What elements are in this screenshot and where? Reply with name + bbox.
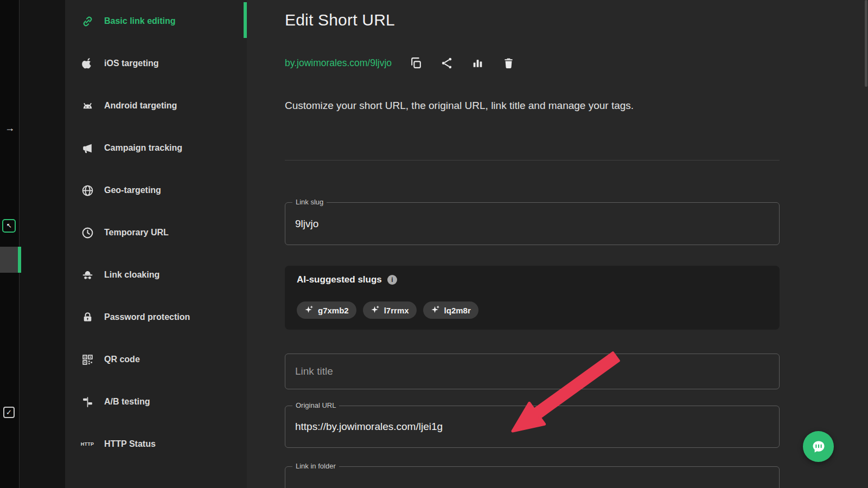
- left-rail-gap: [19, 0, 65, 488]
- ai-slug-chip[interactable]: l7rrmx: [363, 301, 417, 319]
- sidebar-item-label: iOS targeting: [104, 59, 158, 68]
- ai-slug-chip-label: lq2m8r: [444, 306, 471, 315]
- ai-slug-chip[interactable]: lq2m8r: [423, 301, 478, 319]
- sidebar-item-http-status[interactable]: HTTP HTTP Status: [65, 423, 247, 465]
- ai-slug-chip-label: g7xmb2: [318, 306, 349, 315]
- field-label: Original URL: [292, 401, 339, 409]
- checkbox-icon[interactable]: ✓: [3, 407, 15, 418]
- link-slug-input[interactable]: Link slug 9ljvjo: [285, 202, 780, 245]
- field-label: Link in folder: [292, 462, 339, 470]
- link-title-input[interactable]: Link title: [285, 354, 780, 389]
- original-url-value: https://by.jowimorales.com/ljei1g: [285, 406, 779, 447]
- globe-icon: [80, 183, 94, 197]
- sidebar-item-label: A/B testing: [104, 397, 150, 407]
- sidebar-item-qr-code[interactable]: QR code: [65, 338, 247, 381]
- sidebar-item-label: Campaign tracking: [104, 143, 182, 153]
- sidebar-item-label: Link cloaking: [104, 270, 159, 280]
- lock-icon: [80, 310, 94, 324]
- share-button[interactable]: [440, 56, 454, 70]
- ai-slug-chips: g7xmb2 l7rrmx: [297, 301, 478, 319]
- scrollbar-thumb[interactable]: [865, 0, 867, 87]
- arrow-right-icon[interactable]: →: [5, 123, 15, 134]
- delete-button[interactable]: [502, 56, 515, 70]
- page-description: Customize your short URL, the original U…: [285, 100, 634, 112]
- sidebar-item-password-protection[interactable]: Password protection: [65, 296, 247, 338]
- link-in-folder-input[interactable]: Link in folder: [285, 466, 780, 488]
- incognito-mask-icon: [80, 268, 94, 282]
- main-panel: Edit Short URL by.jowimorales.com/9ljvjo: [247, 0, 868, 488]
- original-url-input[interactable]: Original URL https://by.jowimorales.com/…: [285, 406, 780, 448]
- sparkle-icon: [431, 305, 440, 316]
- apple-icon: [80, 56, 94, 70]
- short-url-row: by.jowimorales.com/9ljvjo: [285, 56, 515, 70]
- sidebar-item-label: Temporary URL: [104, 228, 169, 237]
- chat-bubble-icon: [811, 439, 826, 454]
- rail-active-indicator: [18, 247, 21, 273]
- ai-slug-chip-label: l7rrmx: [384, 306, 409, 315]
- sidebar-item-ios-targeting[interactable]: iOS targeting: [65, 42, 247, 85]
- ai-panel-header: AI-suggested slugs i: [297, 274, 397, 285]
- divider: [285, 160, 780, 160]
- sparkle-icon: [304, 305, 314, 316]
- sparkle-icon: [371, 305, 380, 316]
- app: → ↖ ✓ Basic link editing iOS target: [0, 0, 868, 488]
- clock-icon: [80, 226, 94, 240]
- sidebar-item-label: Basic link editing: [104, 16, 176, 26]
- sidebar-item-basic-link-editing[interactable]: Basic link editing: [65, 0, 247, 42]
- chat-launcher-button[interactable]: [803, 431, 834, 462]
- rail-selected-item[interactable]: [0, 247, 19, 273]
- open-link-icon[interactable]: ↖: [2, 219, 16, 233]
- statistics-button[interactable]: [471, 56, 484, 70]
- sidebar-item-label: QR code: [104, 355, 140, 364]
- ai-slug-chip[interactable]: g7xmb2: [297, 301, 356, 319]
- sidebar-item-label: Password protection: [104, 312, 190, 322]
- ab-split-icon: [80, 395, 94, 409]
- short-url-link[interactable]: by.jowimorales.com/9ljvjo: [285, 57, 392, 69]
- copy-button[interactable]: [409, 56, 423, 70]
- ai-panel-title: AI-suggested slugs: [297, 274, 382, 285]
- sidebar-item-campaign-tracking[interactable]: Campaign tracking: [65, 127, 247, 169]
- link-slug-value: 9ljvjo: [285, 203, 779, 245]
- link-in-folder-value: [285, 467, 779, 488]
- sidebar-item-label: HTTP Status: [104, 439, 156, 449]
- sidebar-item-ab-testing[interactable]: A/B testing: [65, 381, 247, 423]
- http-icon: HTTP: [80, 437, 94, 451]
- sidebar-item-geo-targeting[interactable]: Geo-targeting: [65, 169, 247, 211]
- link-title-placeholder: Link title: [285, 354, 779, 389]
- megaphone-icon: [80, 141, 94, 155]
- link-icon: [80, 14, 94, 28]
- sidebar-item-label: Geo-targeting: [104, 185, 161, 195]
- settings-sidebar: Basic link editing iOS targeting: [65, 0, 247, 488]
- sidebar-item-temporary-url[interactable]: Temporary URL: [65, 211, 247, 254]
- field-label: Link slug: [292, 198, 327, 206]
- ai-suggested-slugs-panel: AI-suggested slugs i g7xmb2: [285, 266, 780, 330]
- sidebar-item-label: Android targeting: [104, 101, 177, 111]
- sidebar-item-link-cloaking[interactable]: Link cloaking: [65, 254, 247, 296]
- page-title: Edit Short URL: [285, 11, 395, 29]
- android-icon: [80, 99, 94, 113]
- qr-code-icon: [80, 352, 94, 367]
- info-icon[interactable]: i: [387, 275, 397, 285]
- sidebar-item-android-targeting[interactable]: Android targeting: [65, 85, 247, 127]
